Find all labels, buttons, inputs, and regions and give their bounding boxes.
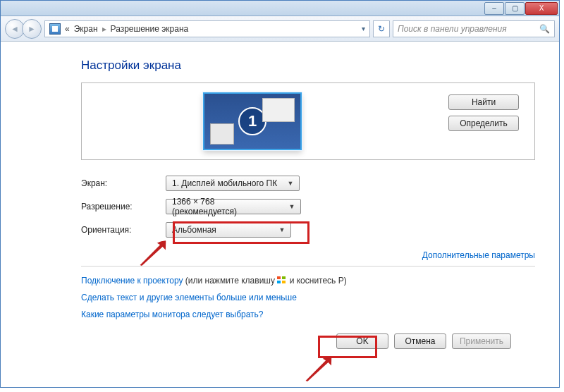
chevron-down-icon: ▼ (286, 203, 298, 210)
cancel-button[interactable]: Отмена (394, 333, 446, 349)
display-preview-panel: 1 Найти Определить (81, 82, 535, 160)
chevron-down-icon: ▼ (285, 180, 296, 187)
breadcrumb-prefix: « (65, 24, 70, 34)
screen-select[interactable]: 1. Дисплей мобильного ПК ▼ (166, 176, 300, 191)
chevron-right-icon: ▸ (102, 24, 106, 34)
refresh-button[interactable]: ↻ (373, 20, 390, 37)
breadcrumb-item[interactable]: Экран (74, 24, 98, 34)
footer-buttons: OK Отмена Применить (81, 329, 535, 349)
thumbnail-window-icon (262, 98, 295, 122)
orientation-select[interactable]: Альбомная ▼ (166, 222, 291, 238)
nav-buttons: ◄ ► (5, 19, 42, 39)
projector-hint-a: (или нажмите клавишу (183, 276, 278, 286)
close-button[interactable]: X (525, 2, 558, 15)
close-icon: X (539, 4, 544, 12)
address-bar[interactable]: « Экран ▸ Разрешение экрана ▾ (44, 20, 370, 37)
address-dropdown-icon[interactable]: ▾ (362, 25, 365, 32)
additional-params-link[interactable]: Дополнительные параметры (422, 250, 535, 260)
find-button[interactable]: Найти (448, 94, 519, 110)
identify-button[interactable]: Определить (448, 116, 519, 131)
apply-button[interactable]: Применить (452, 333, 511, 349)
windows-key-icon (277, 276, 287, 285)
orientation-value: Альбомная (172, 225, 216, 235)
page-title: Настройки экрана (81, 59, 535, 73)
screen-value: 1. Дисплей мобильного ПК (172, 178, 277, 188)
monitor-thumbnail[interactable]: 1 (203, 92, 302, 150)
search-placeholder: Поиск в панели управления (398, 24, 507, 34)
textsize-link[interactable]: Сделать текст и другие элементы больше и… (81, 293, 297, 302)
window: – ▢ X ◄ ► « Экран ▸ Разрешение экрана ▾ … (0, 0, 560, 388)
breadcrumb-item[interactable]: Разрешение экрана (111, 24, 189, 34)
ok-button[interactable]: OK (336, 333, 388, 349)
extras-row: Дополнительные параметры (81, 250, 535, 260)
screen-label: Экран: (81, 178, 166, 188)
maximize-button[interactable]: ▢ (505, 2, 525, 15)
control-panel-icon (49, 23, 61, 35)
projector-row: Подключение к проектору (или нажмите кла… (81, 275, 535, 286)
minimize-icon: – (492, 4, 496, 12)
which-monitor-link[interactable]: Какие параметры монитора следует выбрать… (81, 310, 264, 319)
refresh-icon: ↻ (378, 24, 385, 34)
projector-link[interactable]: Подключение к проектору (81, 276, 183, 286)
resolution-value: 1366 × 768 (рекомендуется) (172, 197, 281, 216)
search-icon: 🔍 (539, 24, 550, 34)
chevron-down-icon: ▼ (276, 226, 288, 233)
resolution-select[interactable]: 1366 × 768 (рекомендуется) ▼ (166, 199, 301, 214)
settings-form: Экран: 1. Дисплей мобильного ПК ▼ Разреш… (81, 176, 535, 238)
minimize-button[interactable]: – (484, 2, 504, 15)
forward-button[interactable]: ► (22, 19, 42, 39)
divider (81, 266, 535, 267)
resolution-label: Разрешение: (81, 202, 166, 212)
maximize-icon: ▢ (512, 4, 518, 12)
projector-hint-b: и коснитесь P) (287, 276, 346, 286)
annotation-arrow (299, 355, 337, 382)
content: Настройки экрана 1 Найти Определить Экра… (1, 42, 559, 356)
navbar: ◄ ► « Экран ▸ Разрешение экрана ▾ ↻ Поис… (1, 16, 559, 42)
thumbnail-window-icon (210, 123, 234, 145)
orientation-label: Ориентация: (81, 225, 166, 235)
search-input[interactable]: Поиск в панели управления 🔍 (393, 20, 555, 37)
titlebar: – ▢ X (1, 1, 559, 16)
